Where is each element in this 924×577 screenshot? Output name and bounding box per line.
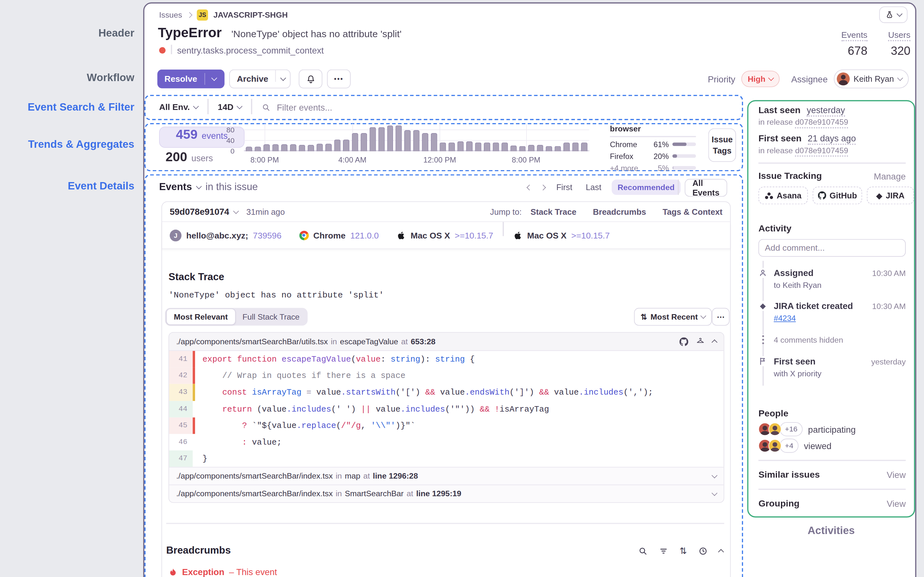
chart-bar[interactable] xyxy=(546,146,552,151)
events-stat-label[interactable]: Events xyxy=(841,30,867,41)
jump-link-breadcrumbs[interactable]: Breadcrumbs xyxy=(593,207,646,216)
jump-link-tags-context[interactable]: Tags & Context xyxy=(662,207,722,216)
jump-link-stack-trace[interactable]: Stack Trace xyxy=(531,207,577,216)
chart-bar[interactable] xyxy=(564,142,570,151)
priority-select[interactable]: High xyxy=(741,71,779,87)
browser-row-more[interactable]: +4 more 5% xyxy=(610,163,696,172)
all-events-button[interactable]: All Events xyxy=(685,179,727,197)
first-event-link[interactable]: First xyxy=(556,182,572,192)
chart-bar[interactable] xyxy=(440,143,446,151)
chart-bar[interactable] xyxy=(281,144,288,151)
chart-bar[interactable] xyxy=(501,142,508,151)
frame-header[interactable]: ./app/components/smartSearchBar/utils.ts… xyxy=(169,333,724,351)
chart-bar[interactable] xyxy=(254,147,261,151)
stack-trace-options-button[interactable]: ⋯ xyxy=(712,308,730,326)
jira-button[interactable]: ◆ JIRA xyxy=(867,187,914,204)
chart-bar[interactable] xyxy=(581,143,588,151)
chart-bar[interactable] xyxy=(369,127,376,151)
chart-bar[interactable] xyxy=(528,145,535,151)
viewer-avatar[interactable] xyxy=(768,439,781,452)
sort-icon[interactable]: ⇅ xyxy=(680,546,687,556)
viewers-count[interactable]: +4 xyxy=(780,438,798,453)
chart-bar[interactable] xyxy=(484,142,490,151)
history-icon[interactable] xyxy=(698,546,708,556)
assignee-select[interactable]: Keith Ryan xyxy=(834,69,909,89)
last-seen-value[interactable]: yesterday xyxy=(806,105,845,117)
date-range-select[interactable]: 14D xyxy=(218,103,242,112)
expand-frame-button[interactable] xyxy=(712,472,717,478)
seer-menu-button[interactable] xyxy=(879,6,907,23)
suspect-commit-hanger-icon[interactable] xyxy=(696,337,705,346)
chart-bar[interactable] xyxy=(554,146,561,151)
browser-row[interactable]: Chrome 61% xyxy=(610,140,696,149)
chart-bar[interactable] xyxy=(246,147,252,151)
chart-bar[interactable] xyxy=(449,143,455,151)
subscribe-button[interactable] xyxy=(299,69,322,89)
chevron-down-icon[interactable] xyxy=(196,183,202,189)
release-link[interactable]: d078e9107459 xyxy=(795,118,848,128)
os-version[interactable]: >=10.15.7 xyxy=(572,230,610,240)
chart-bar[interactable] xyxy=(493,142,499,151)
archive-button[interactable]: Archive xyxy=(229,69,290,89)
users-stat-label[interactable]: Users xyxy=(888,30,911,41)
sort-most-recent-button[interactable]: ⇅ Most Recent xyxy=(634,308,712,326)
chart-bar[interactable] xyxy=(457,141,464,151)
last-event-link[interactable]: Last xyxy=(586,182,602,192)
issue-tags-button[interactable]: IssueTags xyxy=(708,128,736,162)
release-link[interactable]: d078e9107459 xyxy=(795,146,848,157)
github-button[interactable]: GitHub xyxy=(813,187,862,204)
chart-bar[interactable] xyxy=(378,127,384,151)
chart-bar[interactable] xyxy=(431,133,437,151)
recommended-tab[interactable]: Recommended xyxy=(612,179,680,195)
chart-bar[interactable] xyxy=(290,144,296,151)
chart-bar[interactable] xyxy=(307,145,314,151)
expand-frame-button[interactable] xyxy=(712,490,717,496)
breadcrumb-issues-link[interactable]: Issues xyxy=(159,10,182,19)
chart-bar[interactable] xyxy=(352,133,358,151)
chart-bar[interactable] xyxy=(466,141,473,151)
chart-bar[interactable] xyxy=(396,125,402,151)
collapsed-frame-row[interactable]: ./app/components/smartSearchBar/index.ts… xyxy=(169,485,724,502)
chart-bar[interactable] xyxy=(572,142,578,151)
chart-bar[interactable] xyxy=(387,125,393,151)
archive-dropdown-button[interactable] xyxy=(276,77,290,80)
os-version[interactable]: >=10.15.7 xyxy=(455,230,493,240)
chart-bar[interactable] xyxy=(422,133,429,151)
github-icon[interactable] xyxy=(680,337,688,346)
resolve-button[interactable]: Resolve xyxy=(157,69,224,89)
collapse-frame-button[interactable] xyxy=(712,340,717,345)
chart-bar[interactable] xyxy=(537,145,543,151)
resolve-dropdown-button[interactable] xyxy=(205,77,223,80)
jira-ticket-link[interactable]: #4234 xyxy=(774,314,796,323)
chart-bar[interactable] xyxy=(299,145,305,151)
chart-bar[interactable] xyxy=(272,144,278,151)
first-seen-value[interactable]: 21 days ago xyxy=(808,133,856,145)
grouping-view-link[interactable]: View xyxy=(871,499,906,509)
add-comment-input[interactable]: Add comment... xyxy=(758,239,906,257)
similar-issues-view-link[interactable]: View xyxy=(871,470,906,480)
chevron-down-icon[interactable] xyxy=(233,208,239,213)
chart-bar[interactable] xyxy=(510,145,517,151)
browser-row[interactable]: Firefox 20% xyxy=(610,152,696,161)
tab-full-stack-trace[interactable]: Full Stack Trace xyxy=(236,309,307,324)
collapsed-frame-row[interactable]: ./app/components/smartSearchBar/index.ts… xyxy=(169,467,724,485)
hidden-comments-label[interactable]: 4 comments hidden xyxy=(774,335,843,345)
chart-bar[interactable] xyxy=(405,130,411,151)
chart-bar[interactable] xyxy=(342,139,349,151)
more-actions-button[interactable]: ••• xyxy=(327,69,351,89)
environment-select[interactable]: All Env. xyxy=(159,103,198,112)
collapse-section-button[interactable] xyxy=(718,549,724,555)
manage-link[interactable]: Manage xyxy=(871,171,906,181)
event-id[interactable]: 59d078e91074 xyxy=(170,207,229,217)
chart-bar[interactable] xyxy=(519,146,525,151)
tab-most-relevant[interactable]: Most Relevant xyxy=(166,308,236,325)
chart-bar[interactable] xyxy=(334,139,341,151)
chart-bar[interactable] xyxy=(413,130,420,151)
chart-bar[interactable] xyxy=(360,133,367,151)
search-input[interactable]: Filter events... xyxy=(262,102,333,112)
search-icon[interactable] xyxy=(638,546,648,556)
filter-icon[interactable] xyxy=(659,546,668,556)
user-id[interactable]: 739596 xyxy=(253,230,281,240)
participant-avatar[interactable] xyxy=(768,423,781,436)
asana-button[interactable]: Asana xyxy=(758,187,808,204)
